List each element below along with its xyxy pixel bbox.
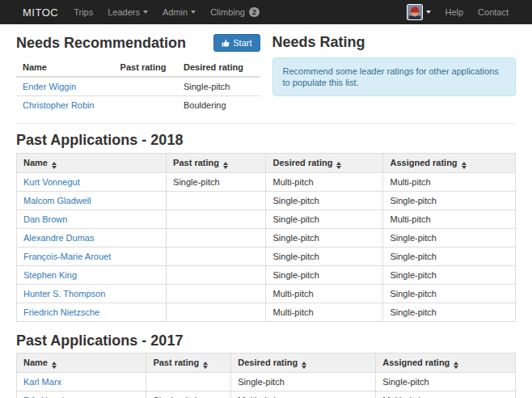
applicant-link[interactable]: Kurt Vonnegut [23, 177, 80, 187]
applicant-link[interactable]: Malcom Gladwell [23, 196, 91, 205]
table-row: Alexandre Dumas Single-pitchSingle-pitch [17, 229, 516, 248]
table-cell: Malcom Gladwell [17, 192, 167, 210]
table-cell: Single-pitch [266, 210, 383, 229]
column-header-label: Assigned rating [390, 158, 457, 167]
table-cell: Stephen King [17, 266, 167, 285]
nav-climbing-label: Climbing [210, 7, 245, 17]
table-cell: Friedrich Nietzsche [17, 303, 167, 322]
table-cell [167, 192, 266, 210]
table-cell [146, 373, 231, 392]
table-cell: Multi-pitch [376, 392, 516, 398]
table-row: Friedrich Nietzsche Multi-pitchSingle-pi… [17, 303, 516, 322]
table-cell [167, 285, 266, 303]
nav-leaders-label: Leaders [108, 7, 140, 17]
needs-recommendation-title: Needs Recommendation [16, 35, 186, 52]
applicant-link[interactable]: Friedrich Nietzsche [23, 307, 99, 317]
climbing-count-badge: 2 [249, 7, 260, 17]
column-header-label: Past rating [120, 62, 167, 72]
needs-recommendation-section: Needs Recommendation Start NamePast rati… [16, 34, 260, 114]
nav-item-climbing[interactable]: Climbing2 [203, 7, 267, 17]
user-menu[interactable] [400, 4, 437, 20]
table-cell [167, 229, 266, 248]
table-cell [167, 248, 266, 266]
sort-icon [454, 362, 458, 369]
column-header-label: Name [23, 62, 47, 72]
past-applications-2017-table: NamePast ratingDesired ratingAssigned ra… [16, 353, 516, 398]
column-header-name[interactable]: Name [17, 154, 167, 173]
start-button-label: Start [233, 38, 251, 48]
applicant-link[interactable]: Hunter S. Thompson [23, 289, 105, 298]
table-row: Stephen King Single-pitchSingle-pitch [17, 266, 516, 285]
column-header-label: Past rating [153, 358, 199, 367]
nav-admin-label: Admin [163, 7, 188, 17]
nav-item-contact[interactable]: Contact [471, 7, 516, 17]
column-header-name[interactable]: Name [17, 354, 146, 373]
column-header-label: Name [23, 158, 48, 167]
table-cell: Single-pitch [167, 173, 266, 192]
column-header-label: Desired rating [238, 358, 298, 367]
column-header-past-rating[interactable]: Past rating [146, 354, 231, 373]
column-header-desired-rating: Desired rating [177, 58, 260, 77]
applicant-link[interactable]: Ender Wiggin [23, 82, 76, 91]
nav-contact-label: Contact [478, 7, 509, 17]
chevron-down-icon [143, 11, 148, 14]
table-cell: Multi-pitch [231, 392, 376, 398]
table-cell: Multi-pitch [383, 173, 516, 192]
needs-rating-title: Needs Rating [272, 34, 517, 51]
applicant-link[interactable]: François-Marie Arouet [23, 252, 111, 261]
sort-icon [52, 362, 57, 369]
brand-link[interactable]: MITOC [23, 6, 58, 19]
column-header-name: Name [16, 58, 114, 77]
table-cell: Single-pitch [177, 77, 260, 96]
table-cell [167, 303, 266, 322]
nav-right: Help Contact [400, 4, 516, 20]
column-header-past-rating[interactable]: Past rating [167, 154, 266, 173]
nav-trips-label: Trips [74, 7, 93, 17]
table-cell: Single-pitch [383, 229, 516, 248]
sort-icon [462, 162, 467, 169]
table-row: F.A. HayekSingle-pitchMulti-pitchMulti-p… [17, 392, 516, 398]
table-cell: Single-pitch [146, 392, 231, 398]
column-header-assigned-rating[interactable]: Assigned rating [376, 354, 516, 373]
applicant-link[interactable]: Christopher Robin [23, 100, 95, 110]
applicant-link[interactable]: Dan Brown [23, 214, 67, 224]
table-cell [114, 96, 177, 115]
column-header-desired-rating[interactable]: Desired rating [266, 154, 383, 173]
nav-item-admin[interactable]: Admin [155, 7, 203, 17]
table-cell: Bouldering [177, 96, 260, 115]
table-cell: Hunter S. Thompson [17, 285, 167, 303]
table-cell: Multi-pitch [383, 210, 516, 229]
column-header-label: Desired rating [272, 158, 332, 167]
applicant-link[interactable]: Karl Marx [23, 377, 61, 387]
sort-icon [302, 362, 306, 369]
applicant-link[interactable]: Alexandre Dumas [23, 233, 94, 243]
nav-item-help[interactable]: Help [437, 7, 471, 17]
main-content: Needs Recommendation Start NamePast rati… [0, 24, 532, 398]
table-cell: Multi-pitch [266, 173, 383, 192]
column-header-desired-rating[interactable]: Desired rating [231, 354, 376, 373]
table-cell: Single-pitch [383, 266, 516, 285]
table-row: Hunter S. Thompson Multi-pitchSingle-pit… [17, 285, 516, 303]
table-cell [167, 266, 266, 285]
nav-item-leaders[interactable]: Leaders [100, 7, 155, 17]
table-cell [167, 210, 266, 229]
chevron-down-icon [191, 11, 196, 14]
column-header-label: Desired rating [184, 62, 243, 72]
table-cell: François-Marie Arouet [17, 248, 167, 266]
table-cell: Single-pitch [266, 266, 383, 285]
user-avatar [407, 4, 423, 20]
start-button[interactable]: Start [213, 34, 260, 52]
applicant-link[interactable]: Stephen King [23, 270, 77, 280]
section-divider [16, 123, 516, 124]
chevron-down-icon [426, 11, 431, 14]
table-cell: Single-pitch [266, 248, 383, 266]
column-header-label: Assigned rating [382, 358, 450, 367]
nav-item-trips[interactable]: Trips [66, 7, 100, 17]
column-header-assigned-rating[interactable]: Assigned rating [383, 154, 516, 173]
sort-icon [223, 162, 228, 169]
nav-left: Trips Leaders Admin Climbing2 [66, 7, 267, 17]
table-cell: Single-pitch [383, 248, 516, 266]
past-2017-title: Past Applications - 2017 [16, 332, 516, 349]
table-row: Ender Wiggin Single-pitch [16, 77, 260, 96]
table-cell: Single-pitch [376, 373, 516, 392]
